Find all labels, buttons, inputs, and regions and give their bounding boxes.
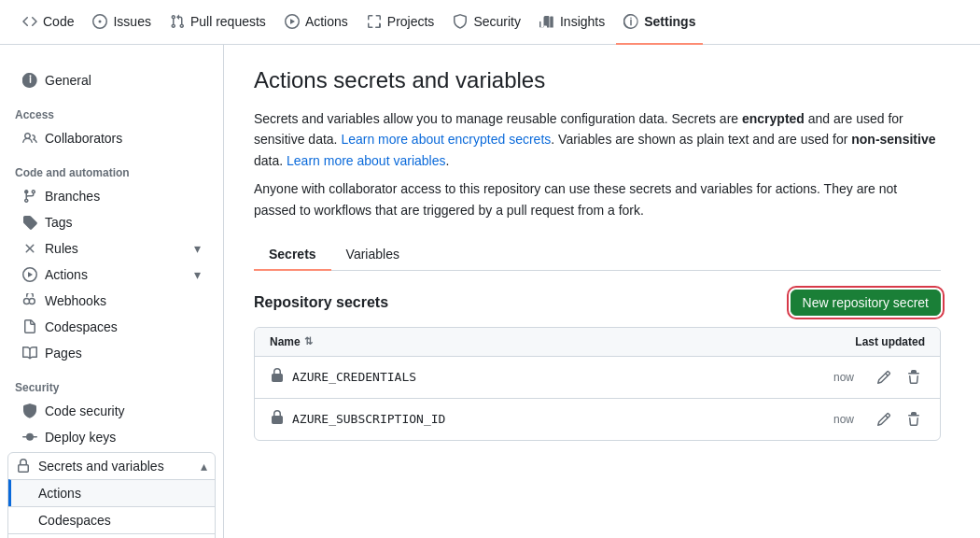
nav-issues-label: Issues <box>113 14 150 29</box>
desc1-part3: . Variables are shown as plain text and … <box>551 132 851 147</box>
secrets-vars-label: Secrets and variables <box>38 459 164 474</box>
nav-insights-label: Insights <box>560 14 605 29</box>
table-row: AZURE_SUBSCRIPTION_ID now <box>255 399 940 440</box>
lock-icon-2 <box>270 410 285 428</box>
sidebar-item-actions[interactable]: Actions ▾ <box>7 262 216 288</box>
nav-pullrequests[interactable]: Pull requests <box>162 0 273 45</box>
description-2: Anyone with collaborator access to this … <box>254 178 941 220</box>
secrets-vars-container: Secrets and variables ▴ Actions Codespac… <box>7 452 216 538</box>
sidebar-item-pages[interactable]: Pages <box>7 340 216 366</box>
desc1-part1: Secrets and variables allow you to manag… <box>254 111 742 126</box>
projects-icon <box>367 14 382 29</box>
nav-settings[interactable]: Settings <box>616 0 703 45</box>
link-encrypted-secrets[interactable]: Learn more about encrypted secrets <box>341 132 551 147</box>
general-label: General <box>45 73 91 88</box>
col-updated-header: Last updated <box>738 335 925 348</box>
desc1-bold: encrypted <box>742 111 805 126</box>
secrets-vars-icon <box>16 459 31 474</box>
new-secret-button[interactable]: New repository secret <box>791 290 941 316</box>
pages-label: Pages <box>45 346 82 361</box>
nav-insights[interactable]: Insights <box>532 0 612 45</box>
secrets-tabs: Secrets Variables <box>254 239 941 271</box>
secrets-vars-chevron-icon: ▴ <box>201 459 207 474</box>
settings-icon <box>623 14 638 29</box>
sidebar-item-general[interactable]: General <box>7 67 216 93</box>
issues-icon <box>92 14 107 29</box>
rules-icon <box>22 241 37 256</box>
sidebar-item-tags[interactable]: Tags <box>7 209 216 235</box>
secret-name-2: AZURE_SUBSCRIPTION_ID <box>292 412 445 426</box>
secrets-table: Name ⇅ Last updated AZURE_CREDENTIALS no… <box>254 327 941 441</box>
codespaces-icon <box>22 319 37 334</box>
desc1-part4: data. <box>254 153 287 168</box>
main-content: Actions secrets and variables Secrets an… <box>224 45 971 538</box>
rules-label: Rules <box>45 241 78 256</box>
desc1-part5: . <box>445 153 449 168</box>
row-actions-2: now <box>738 408 925 431</box>
sidebar-item-codespaces[interactable]: Codespaces <box>7 314 216 340</box>
sidebar-item-code-security[interactable]: Code security <box>7 398 216 424</box>
table-row: AZURE_CREDENTIALS now <box>255 357 940 399</box>
sidebar-subitem-actions[interactable]: Actions <box>8 479 215 506</box>
nav-issues[interactable]: Issues <box>85 0 158 45</box>
top-navigation: Code Issues Pull requests Actions Projec… <box>0 0 980 45</box>
sort-icon: ⇅ <box>304 335 313 347</box>
tab-variables[interactable]: Variables <box>331 239 414 271</box>
secret-name-1: AZURE_CREDENTIALS <box>292 370 416 384</box>
sidebar-item-rules[interactable]: Rules ▾ <box>7 235 216 262</box>
insights-icon <box>539 14 554 29</box>
general-icon <box>22 73 37 88</box>
collaborators-label: Collaborators <box>45 131 122 146</box>
page-title: Actions secrets and variables <box>254 67 941 93</box>
code-security-icon <box>22 404 37 418</box>
nav-code[interactable]: Code <box>15 0 81 45</box>
row-actions-1: now <box>738 366 925 389</box>
code-icon <box>22 14 37 29</box>
actions-chevron-icon: ▾ <box>194 267 201 282</box>
row-updated-1: now <box>833 371 854 384</box>
delete-button-1[interactable] <box>903 366 925 389</box>
secrets-header: Repository secrets New repository secret <box>254 290 941 316</box>
col-name-header: Name ⇅ <box>270 335 738 348</box>
webhooks-icon <box>22 293 37 308</box>
edit-button-1[interactable] <box>873 366 895 389</box>
security-section-label: Security <box>0 374 223 398</box>
nav-projects[interactable]: Projects <box>359 0 442 45</box>
nav-pullrequests-label: Pull requests <box>190 14 266 29</box>
row-updated-2: now <box>833 413 854 426</box>
sidebar-subitem-dependabot[interactable]: Dependabot <box>8 533 215 538</box>
branches-label: Branches <box>45 189 100 204</box>
nav-actions[interactable]: Actions <box>277 0 356 45</box>
code-security-label: Code security <box>45 404 125 418</box>
access-section-label: Access <box>0 101 223 125</box>
row-name-2: AZURE_SUBSCRIPTION_ID <box>270 410 738 428</box>
nav-security[interactable]: Security <box>445 0 528 45</box>
codespaces-label: Codespaces <box>45 319 118 334</box>
subitem-codespaces-label: Codespaces <box>38 513 111 528</box>
sidebar-subitem-codespaces[interactable]: Codespaces <box>8 506 215 533</box>
edit-button-2[interactable] <box>873 408 895 431</box>
desc1-bold2: non-sensitive <box>851 132 935 147</box>
sidebar-item-branches[interactable]: Branches <box>7 183 216 209</box>
tab-secrets[interactable]: Secrets <box>254 239 331 271</box>
sidebar-item-secrets-vars[interactable]: Secrets and variables ▴ <box>8 453 215 479</box>
nav-projects-label: Projects <box>387 14 435 29</box>
settings-sidebar: General Access Collaborators Code and au… <box>0 45 224 538</box>
subitem-actions-label: Actions <box>38 486 81 501</box>
sidebar-item-collaborators[interactable]: Collaborators <box>7 125 216 151</box>
sidebar-actions-label: Actions <box>45 267 88 282</box>
code-automation-label: Code and automation <box>0 159 223 183</box>
pages-icon <box>22 346 37 361</box>
tags-icon <box>22 215 37 230</box>
nav-code-label: Code <box>43 14 74 29</box>
link-variables[interactable]: Learn more about variables <box>287 153 445 168</box>
tags-label: Tags <box>45 215 73 230</box>
sidebar-item-webhooks[interactable]: Webhooks <box>7 288 216 314</box>
delete-button-2[interactable] <box>903 408 925 431</box>
sidebar-item-deploy-keys[interactable]: Deploy keys <box>7 424 216 450</box>
actions-icon <box>285 14 300 29</box>
row-name-1: AZURE_CREDENTIALS <box>270 368 738 386</box>
nav-security-label: Security <box>473 14 521 29</box>
repo-secrets-title: Repository secrets <box>254 294 388 311</box>
sidebar-actions-icon <box>22 267 37 282</box>
